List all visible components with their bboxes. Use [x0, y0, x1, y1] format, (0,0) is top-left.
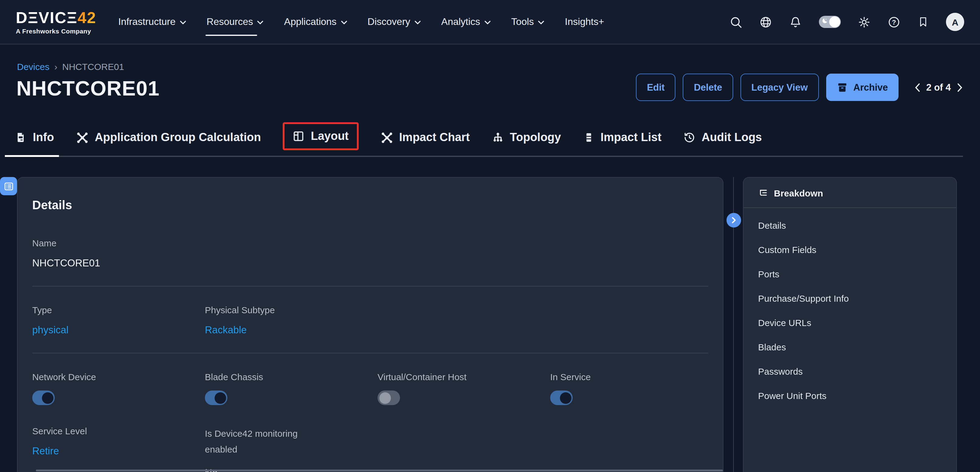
tab-info[interactable]: Info	[14, 119, 54, 156]
user-avatar[interactable]: A	[946, 13, 964, 31]
list-bullets-icon	[3, 181, 14, 191]
logo-letter: Ξ	[28, 8, 38, 27]
service-level-value-link[interactable]: Retire	[32, 445, 205, 457]
type-field: Type physical	[32, 305, 205, 336]
theme-toggle[interactable]	[819, 16, 841, 28]
type-value-link[interactable]: physical	[32, 324, 205, 336]
chevron-right-icon	[730, 217, 737, 224]
layout-icon	[293, 130, 305, 142]
breakdown-item-purchase-support-info[interactable]: Purchase/Support Info	[758, 294, 942, 303]
archive-button[interactable]: Archive	[826, 73, 898, 101]
blade-chassis-toggle[interactable]	[205, 391, 228, 405]
list-tree-icon	[758, 188, 768, 198]
breakdown-item-details[interactable]: Details	[758, 221, 942, 231]
name-value: NHCTCORE01	[32, 257, 708, 269]
collapse-breakdown-button[interactable]	[727, 213, 741, 228]
breakdown-item-ports[interactable]: Ports	[758, 269, 942, 279]
name-label: Name	[32, 238, 708, 248]
virtual-container-host-toggle[interactable]	[377, 391, 400, 405]
tab-label: Info	[33, 131, 54, 144]
main-nav: Infrastructure Resources Applications Di…	[118, 0, 604, 44]
in-service-toggle[interactable]	[550, 391, 573, 405]
chevron-down-icon	[538, 21, 544, 24]
nav-item-applications[interactable]: Applications	[284, 0, 347, 44]
tab-layout[interactable]: Layout	[283, 122, 358, 150]
breadcrumb-devices-link[interactable]: Devices	[17, 61, 49, 72]
list-icon	[583, 131, 594, 144]
globe-icon[interactable]	[759, 16, 772, 28]
bookmark-icon[interactable]	[917, 16, 929, 28]
section-list-button[interactable]	[0, 177, 17, 195]
in-service-field: In Service	[550, 372, 708, 405]
breakdown-item-power-unit-ports[interactable]: Power Unit Ports	[758, 391, 942, 401]
logo-letter: VIC	[38, 8, 67, 27]
nav-item-infrastructure[interactable]: Infrastructure	[118, 0, 186, 44]
breakdown-title: Breakdown	[774, 188, 823, 198]
details-card: Details Name NHCTCORE01 Type physical Ph…	[17, 177, 724, 472]
breakdown-item-device-urls[interactable]: Device URLs	[758, 318, 942, 328]
breadcrumb-current: NHCTCORE01	[62, 61, 124, 72]
impact-icon	[76, 131, 89, 144]
tab-topology[interactable]: Topology	[492, 119, 561, 156]
device-tabs: Info Application Group Calculation Layou…	[14, 119, 963, 157]
svg-text:?: ?	[892, 18, 896, 26]
tab-label: Application Group Calculation	[95, 131, 261, 144]
archive-box-icon	[836, 81, 848, 93]
toggle-knob	[379, 392, 391, 403]
tab-label: Audit Logs	[702, 131, 762, 144]
toggles-row: Network Device Blade Chassis Virtual/Con…	[32, 372, 708, 405]
tab-label: Impact Chart	[399, 131, 469, 144]
network-device-toggle[interactable]	[32, 391, 55, 405]
archive-button-label: Archive	[853, 82, 888, 93]
logo-letter: D	[16, 8, 28, 27]
nav-item-resources[interactable]: Resources	[207, 0, 264, 44]
top-navbar: DΞVICΞ42 A Freshworks Company Infrastruc…	[0, 0, 980, 45]
pager-prev-icon[interactable]	[914, 83, 920, 92]
horizontal-scrollbar[interactable]	[36, 470, 723, 471]
breakdown-item-blades[interactable]: Blades	[758, 343, 942, 352]
nav-item-analytics[interactable]: Analytics	[441, 0, 491, 44]
notifications-bell-icon[interactable]	[789, 16, 802, 28]
type-label: Type	[32, 305, 205, 315]
topology-icon	[492, 131, 504, 144]
document-icon	[14, 131, 27, 144]
legacy-view-button[interactable]: Legacy View	[740, 73, 819, 101]
tab-application-group-calculation[interactable]: Application Group Calculation	[76, 119, 261, 156]
tab-impact-list[interactable]: Impact List	[583, 119, 662, 156]
breakdown-item-passwords[interactable]: Passwords	[758, 367, 942, 376]
blade-chassis-label: Blade Chassis	[205, 372, 377, 382]
breakdown-item-custom-fields[interactable]: Custom Fields	[758, 245, 942, 255]
physical-subtype-label: Physical Subtype	[205, 305, 377, 315]
nav-item-tools[interactable]: Tools	[511, 0, 544, 44]
type-row: Type physical Physical Subtype Rackable	[32, 305, 708, 336]
nav-item-insights[interactable]: Insights+	[565, 0, 604, 44]
breakdown-panel: Breakdown Details Custom Fields Ports Pu…	[743, 177, 957, 472]
tab-label: Impact List	[600, 131, 662, 144]
tab-impact-chart[interactable]: Impact Chart	[380, 119, 469, 156]
search-icon[interactable]	[730, 16, 742, 28]
breadcrumb-separator: ›	[54, 61, 57, 72]
physical-subtype-field: Physical Subtype Rackable	[205, 305, 377, 336]
logo-letter: Ξ	[67, 8, 78, 27]
logo-42: 42	[78, 8, 96, 27]
tab-audit-logs[interactable]: Audit Logs	[683, 119, 762, 156]
nav-item-discovery[interactable]: Discovery	[368, 0, 420, 44]
device42-logo[interactable]: DΞVICΞ42 A Freshworks Company	[16, 10, 96, 34]
toggle-knob	[560, 392, 571, 403]
delete-button[interactable]: Delete	[683, 73, 733, 101]
edit-button[interactable]: Edit	[636, 73, 676, 101]
device-actions: Edit Delete Legacy View Archive 2 of 4	[636, 73, 963, 101]
nav-item-label: Discovery	[368, 16, 410, 27]
in-service-label: In Service	[550, 372, 708, 382]
divider	[32, 286, 708, 287]
pager-position: 2 of 4	[926, 82, 951, 93]
chevron-down-icon	[258, 21, 264, 24]
settings-gear-icon[interactable]	[858, 16, 870, 28]
physical-subtype-value-link[interactable]: Rackable	[205, 324, 377, 336]
pager-next-icon[interactable]	[957, 83, 963, 92]
network-device-field: Network Device	[32, 372, 205, 405]
service-level-label: Service Level	[32, 426, 205, 436]
toggle-knob	[214, 392, 226, 403]
tab-label: Topology	[510, 131, 561, 144]
help-icon[interactable]: ?	[888, 16, 900, 28]
